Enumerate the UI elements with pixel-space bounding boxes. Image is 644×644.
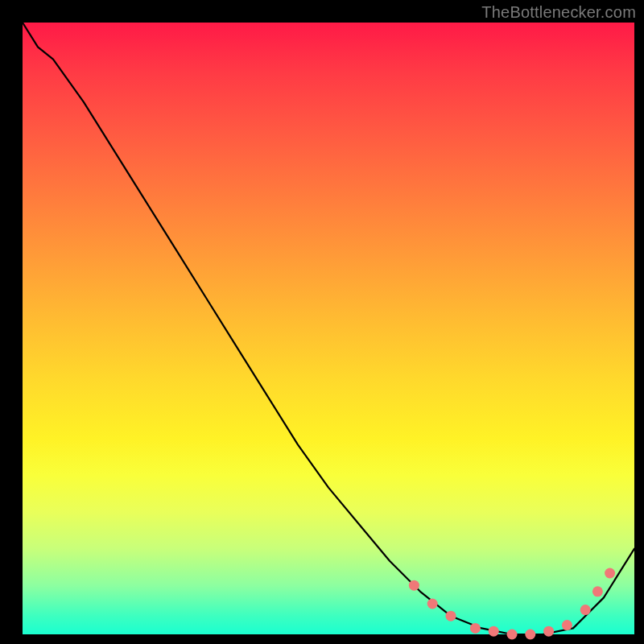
- marker-dots: [409, 568, 615, 640]
- marker-dot: [507, 630, 518, 640]
- marker-dot: [489, 626, 499, 637]
- marker-dot: [427, 599, 438, 609]
- marker-dot: [605, 568, 615, 579]
- chart-overlay: [23, 23, 634, 634]
- marker-dot: [562, 620, 572, 630]
- marker-dot: [580, 605, 591, 615]
- marker-dot: [543, 626, 554, 637]
- chart-root: TheBottlenecker.com: [0, 0, 644, 644]
- marker-dot: [409, 580, 419, 591]
- marker-dot: [446, 611, 456, 621]
- source-attribution: TheBottlenecker.com: [481, 3, 636, 22]
- bottleneck-curve: [23, 23, 634, 634]
- plot-area: [23, 23, 634, 634]
- marker-dot: [525, 630, 535, 640]
- marker-dot: [470, 623, 481, 634]
- marker-dot: [592, 586, 603, 597]
